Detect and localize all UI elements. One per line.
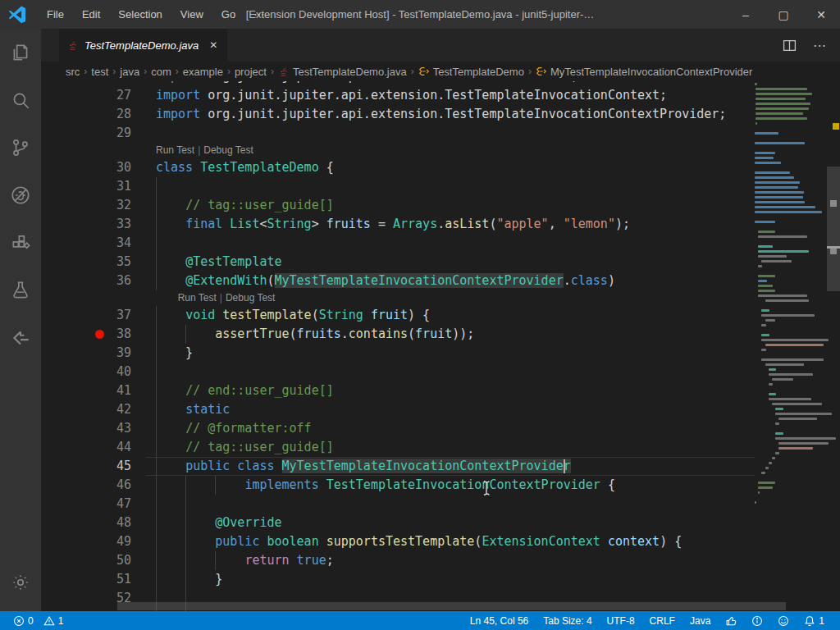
code-line-29[interactable]: 29 <box>41 124 840 143</box>
breadcrumb-java[interactable]: java <box>120 66 139 78</box>
maximize-button[interactable]: ▢ <box>765 0 802 29</box>
status-eol[interactable]: CRLF <box>642 611 682 630</box>
minimap-line <box>758 290 775 292</box>
breadcrumb-file[interactable]: TestTemplateDemo.java <box>278 66 407 78</box>
run-test-codelens[interactable]: Run Test <box>156 144 194 156</box>
code-line-44[interactable]: 44 // tag::user_guide[] <box>41 438 840 457</box>
testing-beaker-icon[interactable] <box>0 267 41 314</box>
minimap-line <box>769 393 776 395</box>
breadcrumb-src[interactable]: src <box>66 66 80 78</box>
minimap-line <box>758 245 773 248</box>
breadcrumb-com[interactable]: com <box>151 66 171 78</box>
status-tab-size[interactable]: Tab Size: 4 <box>536 611 599 630</box>
code-line-30[interactable]: 30class TestTemplateDemo { <box>41 158 840 177</box>
debug-disabled-icon[interactable] <box>0 171 41 219</box>
status-feedback-thumbsup[interactable] <box>718 611 744 630</box>
breadcrumb-symbol[interactable]: MyTestTemplateInvocationContextProvider <box>536 66 752 78</box>
code-line-47[interactable]: 47 <box>41 495 840 514</box>
line-content <box>131 234 156 253</box>
line-number: 39 <box>41 344 131 363</box>
code-line-46[interactable]: 46 implements TestTemplateInvocationCont… <box>41 476 840 495</box>
run-test-codelens[interactable]: Run Test <box>178 292 217 304</box>
codelens-row: Run Test|Debug Test <box>41 290 840 306</box>
code-line-32[interactable]: 32 // tag::user_guide[] <box>41 196 840 215</box>
line-number: 44 <box>41 438 131 457</box>
code-line-36[interactable]: 36 @ExtendWith(MyTestTemplateInvocationC… <box>41 272 840 290</box>
debug-test-codelens[interactable]: Debug Test <box>203 144 253 156</box>
menu-go[interactable]: Go <box>212 0 244 29</box>
status-bar: 01 Ln 45, Col 56Tab Size: 4UTF-8CRLFJava… <box>0 611 840 630</box>
minimap-line <box>772 378 793 381</box>
breadcrumb-separator: › <box>139 66 151 77</box>
code-line-27[interactable]: 27import org.junit.jupiter.api.extension… <box>41 86 840 105</box>
minimize-button[interactable]: – <box>727 0 765 29</box>
menu-selection[interactable]: Selection <box>109 0 171 29</box>
search-icon[interactable] <box>0 76 41 124</box>
breadcrumb-test[interactable]: test <box>91 66 108 78</box>
code-line-48[interactable]: 48 @Override <box>41 514 840 532</box>
code-line-33[interactable]: 33 final List<String> fruits = Arrays.as… <box>41 215 840 234</box>
breadcrumb-symbol[interactable]: TestTemplateDemo <box>418 66 524 78</box>
indent-guide <box>185 551 186 570</box>
split-editor-icon[interactable] <box>783 39 797 52</box>
code-line-38[interactable]: 38 assertTrue(fruits.contains(fruit)); <box>41 325 840 344</box>
minimap-line <box>756 93 812 95</box>
status-cursor-position[interactable]: Ln 45, Col 56 <box>463 611 536 630</box>
class-icon <box>418 66 430 77</box>
code-line-41[interactable]: 41 // end::user_guide[] <box>41 381 840 400</box>
source-control-icon[interactable] <box>0 124 41 171</box>
code-line-51[interactable]: 51 } <box>41 570 840 589</box>
menu-[interactable]: ⋯ <box>244 0 273 29</box>
breadcrumb-project[interactable]: project <box>235 66 267 78</box>
code-line-43[interactable]: 43 // @formatter:off <box>41 419 840 438</box>
menu-view[interactable]: View <box>171 0 212 29</box>
status-feedback-smiley[interactable] <box>770 611 797 630</box>
status-warning-icon[interactable]: 1 <box>39 611 69 630</box>
minimap-line <box>761 358 824 361</box>
code-line-31[interactable]: 31 <box>41 177 840 196</box>
status-info[interactable] <box>744 611 770 630</box>
tab-close-icon[interactable]: ✕ <box>209 39 217 51</box>
status-notifications[interactable]: 1 <box>797 611 832 630</box>
menu-file[interactable]: File <box>38 0 73 29</box>
java-file-icon <box>278 66 290 77</box>
code-editor[interactable]: 26import org.junit.jupiter.api.extension… <box>41 81 840 611</box>
breadcrumb-example[interactable]: example <box>183 66 223 78</box>
vertical-scrollbar-thumb[interactable] <box>827 167 840 291</box>
dependency-viewer-icon[interactable] <box>0 314 41 362</box>
code-line-35[interactable]: 35 @TestTemplate <box>41 253 840 272</box>
editor-more-actions-icon[interactable]: ⋯ <box>813 38 827 53</box>
code-line-28[interactable]: 28import org.junit.jupiter.api.extension… <box>41 105 840 124</box>
line-number: 47 <box>41 495 131 514</box>
minimap[interactable] <box>755 81 827 611</box>
menu-edit[interactable]: Edit <box>73 0 109 29</box>
explorer-icon[interactable] <box>0 29 41 76</box>
minimap-line <box>765 319 776 322</box>
line-number: 28 <box>41 105 131 124</box>
code-line-42[interactable]: 42 static <box>41 400 840 419</box>
close-button[interactable]: ✕ <box>802 0 840 29</box>
status-encoding[interactable]: UTF-8 <box>600 611 642 630</box>
settings-gear-icon[interactable] <box>0 559 41 606</box>
debug-test-codelens[interactable]: Debug Test <box>226 292 276 304</box>
minimap-line <box>765 344 824 346</box>
code-line-34[interactable]: 34 <box>41 234 840 253</box>
breakpoint-dot[interactable] <box>95 330 104 339</box>
horizontal-scrollbar-thumb[interactable] <box>117 602 786 610</box>
codelens-separator: | <box>194 144 203 156</box>
code-line-37[interactable]: 37 void testTemplate(String fruit) { <box>41 306 840 325</box>
extensions-icon[interactable] <box>0 219 41 267</box>
tab-testtemplatedemo[interactable]: TestTemplateDemo.java ✕ <box>59 29 227 62</box>
indent-guide <box>185 495 186 514</box>
code-line-50[interactable]: 50 return true; <box>41 551 840 570</box>
code-line-45[interactable]: 45 public class MyTestTemplateInvocation… <box>41 457 840 476</box>
line-content: final List<String> fruits = Arrays.asLis… <box>131 215 630 234</box>
code-line-49[interactable]: 49 public boolean supportsTestTemplate(E… <box>41 532 840 551</box>
code-line-40[interactable]: 40 <box>41 363 840 381</box>
code-line-39[interactable]: 39 } <box>41 344 840 363</box>
line-content: implements TestTemplateInvocationContext… <box>131 476 615 495</box>
scrollbar-overview-ruler[interactable] <box>827 81 840 611</box>
status-error-icon[interactable]: 0 <box>8 611 39 630</box>
indent-guide <box>156 514 157 532</box>
status-language-mode[interactable]: Java <box>682 611 718 630</box>
